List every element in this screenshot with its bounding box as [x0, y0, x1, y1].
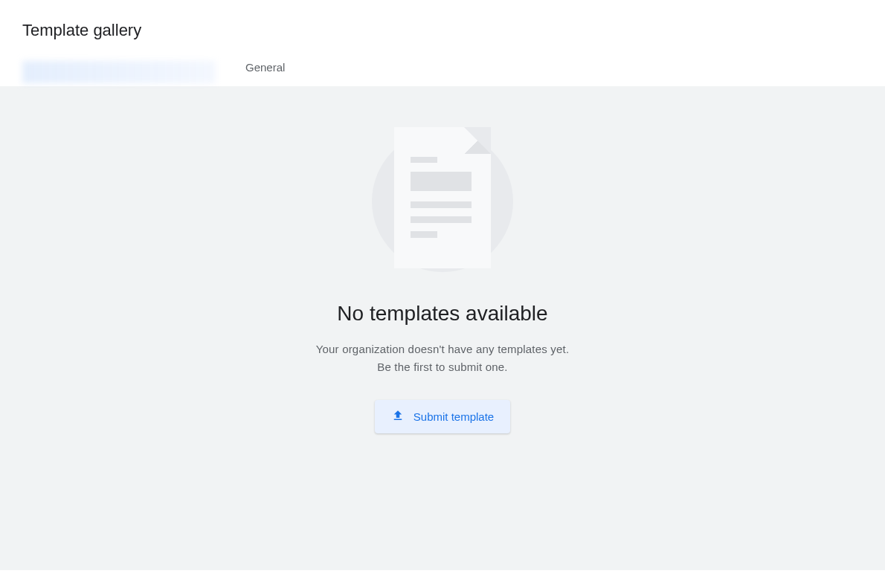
upload-icon — [391, 409, 405, 424]
submit-template-button[interactable]: Submit template — [375, 400, 510, 433]
tab-general[interactable]: General — [245, 61, 285, 86]
submit-button-label: Submit template — [413, 410, 494, 423]
content-area: No templates available Your organization… — [0, 86, 885, 570]
header: Template gallery General — [0, 0, 885, 86]
tab-organization[interactable] — [22, 61, 216, 83]
empty-state-heading: No templates available — [337, 302, 547, 326]
tabs-bar: General — [22, 61, 863, 86]
page-title: Template gallery — [22, 21, 863, 40]
empty-document-icon — [372, 131, 513, 272]
empty-state-message: Your organization doesn't have any templ… — [309, 340, 576, 376]
